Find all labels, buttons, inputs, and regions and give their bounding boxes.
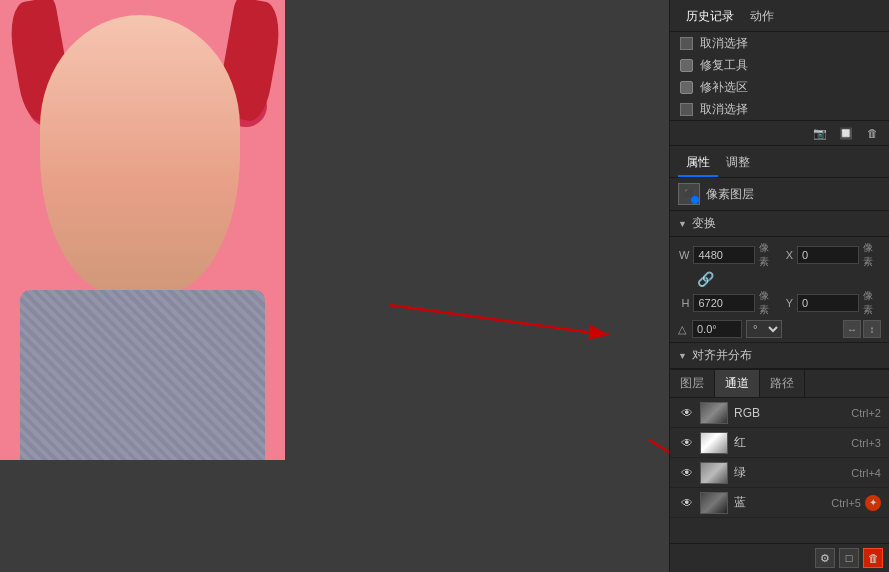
tab-paths[interactable]: 路径 <box>760 370 805 397</box>
history-item-label: 取消选择 <box>700 101 748 118</box>
history-item[interactable]: 取消选择 <box>670 32 889 54</box>
layers-channels-tabs: 图层 通道 路径 <box>670 369 889 398</box>
channel-red-name: 红 <box>734 434 851 451</box>
history-item[interactable]: 修补选区 <box>670 76 889 98</box>
history-item-label: 修补选区 <box>700 79 748 96</box>
channel-new-icon[interactable]: □ <box>839 548 859 568</box>
history-icon-tool <box>678 57 694 73</box>
w-unit: 像素 <box>759 241 777 269</box>
y-unit: 像素 <box>863 289 881 317</box>
x-unit: 像素 <box>863 241 881 269</box>
channel-green-visibility[interactable]: 👁 <box>678 464 696 482</box>
channel-delete-icon[interactable]: 🗑 <box>863 548 883 568</box>
history-camera-icon[interactable]: 🔲 <box>837 124 855 142</box>
history-icon-tool <box>678 79 694 95</box>
smart-object-row: ⬛ 像素图层 <box>670 178 889 211</box>
properties-tabs-bar: 属性 调整 <box>670 146 889 178</box>
channel-red[interactable]: 👁 红 Ctrl+3 <box>670 428 889 458</box>
channel-red-visibility[interactable]: 👁 <box>678 434 696 452</box>
x-input[interactable] <box>797 246 859 264</box>
channel-red-shortcut: Ctrl+3 <box>851 437 881 449</box>
transform-section-header[interactable]: ▼ 变换 <box>670 211 889 237</box>
history-item[interactable]: 取消选择 <box>670 98 889 120</box>
channel-blue[interactable]: 👁 蓝 Ctrl+5 ✦ <box>670 488 889 518</box>
flip-icons: ↔ ↕ <box>843 320 881 338</box>
h-unit: 像素 <box>759 289 777 317</box>
channel-green-name: 绿 <box>734 464 851 481</box>
canvas-area <box>0 0 669 572</box>
channel-green[interactable]: 👁 绿 Ctrl+4 <box>670 458 889 488</box>
channel-green-thumb <box>700 462 728 484</box>
x-label: X <box>782 249 793 261</box>
history-delete-icon[interactable]: 🗑 <box>863 124 881 142</box>
channel-rgb-thumb <box>700 402 728 424</box>
channel-settings-icon[interactable]: ⚙ <box>815 548 835 568</box>
svg-line-3 <box>649 440 669 545</box>
person-face <box>40 15 240 295</box>
align-collapse-arrow: ▼ <box>678 351 688 361</box>
tab-channels[interactable]: 通道 <box>715 370 760 397</box>
layers-bottom-toolbar: ⚙ □ 🗑 <box>670 543 889 572</box>
link-proportions-icon[interactable]: 🔗 <box>698 272 712 286</box>
smart-object-label: 像素图层 <box>706 186 754 203</box>
history-item-label: 修复工具 <box>700 57 748 74</box>
h-label: H <box>678 297 689 309</box>
align-section-title: 对齐并分布 <box>692 347 752 364</box>
tab-adjustments[interactable]: 调整 <box>718 150 758 177</box>
align-section-header[interactable]: ▼ 对齐并分布 <box>670 343 889 369</box>
channel-blue-shortcut: Ctrl+5 <box>831 497 861 509</box>
h-input[interactable] <box>693 294 755 312</box>
history-tabs-bar: 历史记录 动作 <box>670 0 889 32</box>
history-bottom-icons: 📷 🔲 🗑 <box>670 121 889 146</box>
tab-history[interactable]: 历史记录 <box>678 4 742 31</box>
history-icon-rect <box>678 101 694 117</box>
channel-rgb-visibility[interactable]: 👁 <box>678 404 696 422</box>
right-panel: 历史记录 动作 取消选择 修复工具 修补选区 取消选择 <box>669 0 889 572</box>
transform-collapse-arrow: ▼ <box>678 219 688 229</box>
transform-w-x-row: W 像素 X 像素 <box>678 241 881 269</box>
angle-dropdown[interactable]: ° <box>746 320 782 338</box>
transform-link-row: 🔗 <box>678 272 881 286</box>
cursor-indicator: ✦ <box>865 495 881 511</box>
history-item[interactable]: 修复工具 <box>670 54 889 76</box>
transform-h-y-row: H 像素 Y 像素 <box>678 289 881 317</box>
transform-angle-row: △ ° ↔ ↕ <box>678 320 881 338</box>
channel-blue-thumb <box>700 492 728 514</box>
jacket-pattern <box>20 290 265 460</box>
y-input[interactable] <box>797 294 859 312</box>
w-input[interactable] <box>693 246 755 264</box>
channel-blue-visibility[interactable]: 👁 <box>678 494 696 512</box>
transform-section-title: 变换 <box>692 215 716 232</box>
angle-input[interactable] <box>692 320 742 338</box>
w-label: W <box>678 249 689 261</box>
history-list: 取消选择 修复工具 修补选区 取消选择 <box>670 32 889 121</box>
channel-blue-name: 蓝 <box>734 494 831 511</box>
y-label: Y <box>782 297 793 309</box>
tab-layers[interactable]: 图层 <box>670 370 715 397</box>
portrait-image <box>0 0 285 460</box>
channel-green-shortcut: Ctrl+4 <box>851 467 881 479</box>
channels-list: 👁 RGB Ctrl+2 👁 红 Ctrl+3 👁 绿 Ctrl+4 <box>670 398 889 543</box>
transform-grid: W 像素 X 像素 🔗 H 像素 Y 像素 △ ° <box>670 237 889 343</box>
flip-vertical-icon[interactable]: ↕ <box>863 320 881 338</box>
tab-actions[interactable]: 动作 <box>742 4 782 31</box>
channel-rgb[interactable]: 👁 RGB Ctrl+2 <box>670 398 889 428</box>
tab-properties[interactable]: 属性 <box>678 150 718 177</box>
channel-rgb-shortcut: Ctrl+2 <box>851 407 881 419</box>
history-icon-rect <box>678 35 694 51</box>
flip-horizontal-icon[interactable]: ↔ <box>843 320 861 338</box>
history-item-label: 取消选择 <box>700 35 748 52</box>
smart-object-icon: ⬛ <box>678 183 700 205</box>
svg-line-2 <box>389 305 609 335</box>
channel-rgb-name: RGB <box>734 406 851 420</box>
history-snapshot-icon[interactable]: 📷 <box>811 124 829 142</box>
channel-red-thumb <box>700 432 728 454</box>
jacket <box>20 290 265 460</box>
